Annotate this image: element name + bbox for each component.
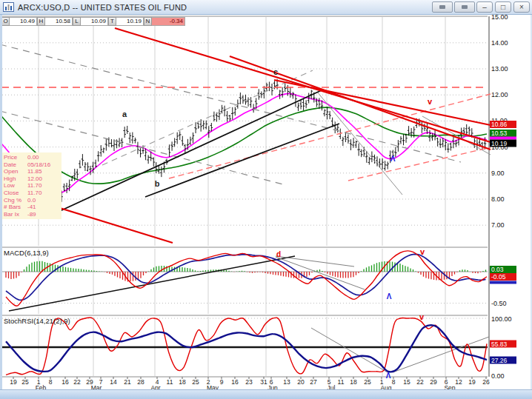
quote-field-value: 10.49 xyxy=(10,17,37,26)
svg-text:29: 29 xyxy=(430,378,437,386)
svg-text:15: 15 xyxy=(403,378,410,386)
minimize-button[interactable]: – xyxy=(476,1,493,13)
window-title: ARCX:USO,D -- UNITED STATES OIL FUND xyxy=(18,3,187,12)
svg-text:27: 27 xyxy=(310,378,317,386)
info-row: Chg %0.0 xyxy=(4,197,60,204)
quote-field-label: N xyxy=(144,17,152,26)
svg-text:d: d xyxy=(276,250,281,258)
svg-text:7.00: 7.00 xyxy=(491,221,505,229)
toolbar-button-icon xyxy=(462,5,468,9)
info-row: Bar Ix-89 xyxy=(4,211,60,218)
svg-text:21: 21 xyxy=(124,378,131,386)
info-row: # Bars-41 xyxy=(4,204,60,211)
svg-text:100.00: 100.00 xyxy=(491,315,512,323)
svg-text:10.86: 10.86 xyxy=(491,121,508,128)
svg-text:25: 25 xyxy=(21,378,29,386)
quote-field-label: L xyxy=(73,17,81,26)
macd-panel-label: MACD(6,13,9) xyxy=(4,249,49,257)
svg-text:Λ: Λ xyxy=(386,372,391,380)
title-bar[interactable]: ARCX:USO,D -- UNITED STATES OIL FUND – □… xyxy=(0,0,532,15)
svg-text:22: 22 xyxy=(73,378,81,386)
svg-text:14.00: 14.00 xyxy=(491,39,508,47)
svg-text:11: 11 xyxy=(338,378,345,386)
quote-field-label: T xyxy=(108,17,116,26)
info-row: Price0.00 xyxy=(4,154,60,161)
svg-text:19: 19 xyxy=(10,378,17,386)
svg-text:c: c xyxy=(273,67,278,76)
svg-text:9: 9 xyxy=(220,378,224,386)
svg-text:27.26: 27.26 xyxy=(491,357,508,364)
quote-field-value: 10.19 xyxy=(116,17,144,26)
svg-text:0.00: 0.00 xyxy=(491,372,505,380)
info-row: Close11.70 xyxy=(4,190,60,197)
chart-surface[interactable]: 15.0014.0013.0012.0011.0010.009.008.007.… xyxy=(0,0,532,399)
window-bottom-edge[interactable] xyxy=(0,389,532,399)
svg-text:8: 8 xyxy=(392,378,396,386)
quote-strip: O10.49H10.58L10.09T10.19N-0.34 xyxy=(1,17,185,26)
svg-text:26: 26 xyxy=(482,378,490,386)
svg-text:18: 18 xyxy=(350,378,357,386)
restore-button[interactable]: □ xyxy=(495,1,511,13)
svg-text:23: 23 xyxy=(245,378,253,386)
svg-text:Λ: Λ xyxy=(390,155,396,163)
svg-text:28: 28 xyxy=(137,378,144,386)
info-row: Date05/18/16 xyxy=(4,161,60,169)
svg-text:12: 12 xyxy=(455,378,462,386)
svg-text:8.00: 8.00 xyxy=(491,195,505,203)
svg-text:55.83: 55.83 xyxy=(491,341,508,348)
data-window-readout: Price0.00Date05/18/16Open11.85High12.00L… xyxy=(2,152,61,219)
stochrsi-panel-label: StochRSI(14,21(2),9) xyxy=(4,317,70,325)
svg-text:22: 22 xyxy=(416,378,424,386)
svg-text:v: v xyxy=(419,312,425,321)
toolbar-button-left[interactable] xyxy=(432,1,453,13)
svg-text:16: 16 xyxy=(61,378,69,386)
quote-field-label: H xyxy=(37,17,45,26)
svg-text:0.03: 0.03 xyxy=(491,266,504,273)
app-icon xyxy=(3,2,14,12)
close-button[interactable]: × xyxy=(513,1,530,13)
svg-text:14: 14 xyxy=(110,378,117,386)
quote-field-value: 10.58 xyxy=(45,17,73,26)
info-row: Low11.70 xyxy=(4,182,60,190)
app-window: 15.0014.0013.0012.0011.0010.009.008.007.… xyxy=(0,0,532,399)
svg-text:-0.50: -0.50 xyxy=(491,300,507,307)
svg-text:b: b xyxy=(155,179,160,188)
toolbar-button-icon xyxy=(439,5,445,9)
svg-text:-0.05: -0.05 xyxy=(491,273,506,281)
window-left-edge xyxy=(0,15,2,389)
svg-text:9.00: 9.00 xyxy=(491,170,505,177)
svg-text:20: 20 xyxy=(297,378,305,386)
toolbar-button-right[interactable] xyxy=(454,1,475,13)
svg-text:25: 25 xyxy=(364,378,371,386)
svg-text:a: a xyxy=(122,110,127,118)
svg-text:10.53: 10.53 xyxy=(491,130,508,137)
svg-text:19: 19 xyxy=(468,378,476,386)
info-row: High12.00 xyxy=(4,175,60,183)
quote-field-label: O xyxy=(1,17,10,26)
quote-field-value: -0.34 xyxy=(152,17,185,26)
svg-text:12.00: 12.00 xyxy=(491,91,508,98)
svg-text:11: 11 xyxy=(167,378,173,386)
svg-text:25: 25 xyxy=(192,378,199,386)
quote-field-value: 10.09 xyxy=(81,17,108,26)
info-row: Open11.85 xyxy=(4,168,60,175)
svg-text:13: 13 xyxy=(283,378,290,386)
svg-text:10.19: 10.19 xyxy=(491,140,508,147)
svg-text:16: 16 xyxy=(231,378,239,386)
svg-text:Λ: Λ xyxy=(387,292,392,301)
svg-text:8: 8 xyxy=(49,378,53,386)
svg-text:v: v xyxy=(420,247,425,256)
svg-text:31: 31 xyxy=(260,378,267,386)
svg-text:13.00: 13.00 xyxy=(491,65,508,73)
svg-text:18: 18 xyxy=(179,378,186,386)
svg-text:v: v xyxy=(428,97,433,106)
